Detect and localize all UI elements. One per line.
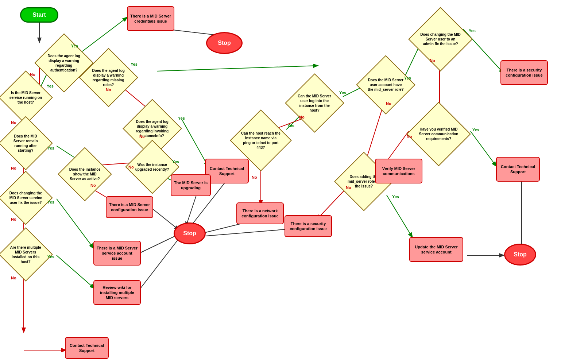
svg-line-11 xyxy=(57,199,93,248)
label-q12-yes: Yes xyxy=(404,76,411,80)
label-q11-no: No xyxy=(299,115,305,119)
r7-rect: The MID Server is upgrading xyxy=(171,174,211,196)
label-q10-yes: Yes xyxy=(287,123,294,128)
label-q14-yes: Yes xyxy=(472,128,479,132)
label-q4-no: No xyxy=(11,166,16,170)
label-q1-yes: Yes xyxy=(71,44,78,48)
label-q12-no: No xyxy=(386,101,391,106)
label-q6-yes: Yes xyxy=(47,255,54,259)
q14-diamond: Have you verified MID Server communicati… xyxy=(406,102,471,166)
r1-rect: There is a MID Server credentials issue xyxy=(127,6,174,31)
stop-node-2: Stop xyxy=(174,222,206,244)
label-q13-yes: Yes xyxy=(469,28,476,33)
r10-rect: There is a security configuration issue xyxy=(285,215,332,237)
svg-line-34 xyxy=(471,131,496,166)
label-q3-no: No xyxy=(106,88,111,92)
label-q7-yes: Yes xyxy=(178,116,185,120)
svg-line-36 xyxy=(387,195,412,237)
r3-rect: There is a MID Server service account is… xyxy=(93,241,141,266)
stop-node-3: Stop xyxy=(504,244,536,266)
label-q15-yes: Yes xyxy=(392,194,399,199)
r4-rect: Review wiki for installing multiple MID … xyxy=(93,280,141,305)
label-q8-yes: Yes xyxy=(172,159,179,164)
label-q5-yes: Yes xyxy=(47,200,54,204)
svg-line-24 xyxy=(186,193,197,226)
q5-diamond: Does changing the MID Server service use… xyxy=(0,171,53,225)
flowchart-canvas: Start Stop Stop Stop Does the agent log … xyxy=(0,0,588,364)
svg-line-23 xyxy=(151,208,179,230)
q4-diamond: Does the MID Server remain running after… xyxy=(0,116,53,170)
label-q10-no: No xyxy=(252,175,257,179)
svg-line-1 xyxy=(80,18,127,53)
label-q3-yes: Yes xyxy=(131,62,138,66)
q13-diamond: Does changing the MID Server user to an … xyxy=(408,7,473,71)
label-q1-no: No xyxy=(30,72,35,77)
r12-rect: Verify MID Server communications xyxy=(375,159,422,183)
label-q14-no: No xyxy=(407,134,412,139)
label-q4-yes: Yes xyxy=(47,146,54,150)
label-q15-no: No xyxy=(346,185,351,190)
label-q9-no: No xyxy=(90,183,96,187)
label-q13-no: No xyxy=(430,58,435,63)
r2-rect: Contact Technical Support xyxy=(496,157,540,182)
label-q11-yes: Yes xyxy=(339,90,346,95)
svg-line-6 xyxy=(157,66,317,71)
r13-rect: Update the MID Server service account xyxy=(409,237,463,262)
label-q2-no: No xyxy=(11,120,16,125)
r6-rect: Contact Technical Support xyxy=(205,159,249,183)
stop-node-1: Stop xyxy=(206,32,243,54)
q9-diamond: Does the instance show the MID Server as… xyxy=(58,147,112,201)
q6-diamond: Are there multiple MID Servers installed… xyxy=(0,227,53,281)
svg-line-17 xyxy=(182,120,208,166)
label-q5-no: No xyxy=(11,217,16,221)
r8-rect: There is a MID Server configuration issu… xyxy=(106,196,153,218)
svg-line-21 xyxy=(135,233,181,255)
start-node: Start xyxy=(20,7,58,23)
label-q2-yes: Yes xyxy=(47,84,54,88)
svg-line-22 xyxy=(135,236,181,295)
r11-rect: There is a security configuration issue xyxy=(500,60,548,85)
label-q8-no: No xyxy=(128,165,134,169)
r9-rect: There is a network configuration issue xyxy=(236,202,284,224)
r5-rect: Contact Technical Support xyxy=(65,337,109,359)
label-q7-no: No xyxy=(139,134,145,139)
label-q6-no: No xyxy=(11,276,16,280)
svg-line-13 xyxy=(57,255,94,288)
